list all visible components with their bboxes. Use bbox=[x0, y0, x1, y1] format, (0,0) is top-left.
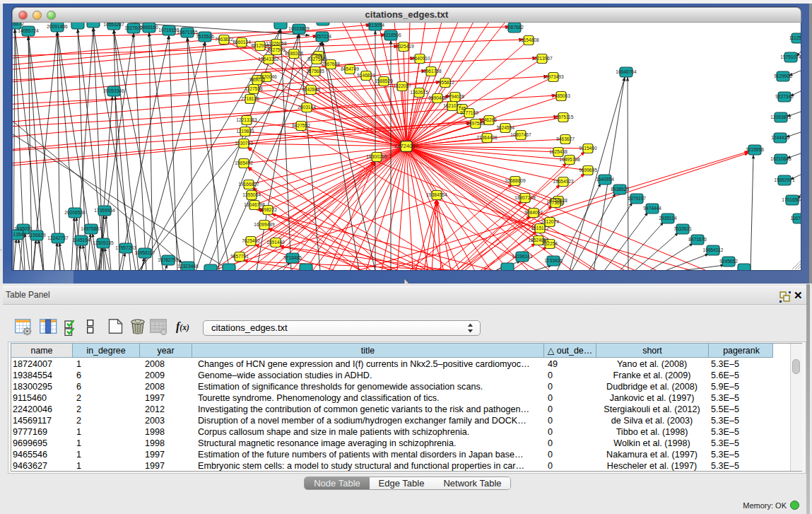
svg-text:1127538: 1127538 bbox=[245, 86, 263, 91]
svg-text:3498222: 3498222 bbox=[259, 207, 277, 212]
svg-text:9794028: 9794028 bbox=[446, 94, 464, 99]
svg-text:14196141: 14196141 bbox=[512, 254, 533, 259]
svg-text:1244415: 1244415 bbox=[771, 135, 789, 140]
svg-text:1405572: 1405572 bbox=[13, 23, 24, 26]
svg-text:9857791: 9857791 bbox=[230, 254, 249, 259]
svg-text:1691440: 1691440 bbox=[266, 240, 285, 245]
svg-text:1167534: 1167534 bbox=[790, 216, 801, 221]
svg-text:7357224: 7357224 bbox=[313, 34, 331, 39]
svg-text:9242848: 9242848 bbox=[302, 87, 320, 92]
svg-text:7463822: 7463822 bbox=[215, 37, 233, 42]
svg-text:15751074: 15751074 bbox=[780, 54, 801, 59]
svg-text:10688609: 10688609 bbox=[505, 178, 526, 183]
svg-text:17957253: 17957253 bbox=[115, 245, 136, 250]
svg-text:19384554: 19384554 bbox=[426, 192, 447, 197]
svg-text:12505135: 12505135 bbox=[93, 240, 114, 245]
svg-text:8471676: 8471676 bbox=[688, 237, 707, 242]
svg-text:1355064: 1355064 bbox=[242, 192, 261, 197]
svg-text:1640954: 1640954 bbox=[596, 177, 614, 182]
svg-text:1362615: 1362615 bbox=[410, 90, 428, 95]
svg-text:2935114: 2935114 bbox=[659, 216, 677, 221]
svg-text:7955812: 7955812 bbox=[436, 80, 454, 85]
svg-text:746266: 746266 bbox=[481, 117, 497, 122]
svg-text:18807249: 18807249 bbox=[514, 195, 536, 200]
svg-text:21364436: 21364436 bbox=[476, 135, 498, 140]
svg-text:1030783: 1030783 bbox=[235, 141, 253, 146]
svg-text:18724007: 18724007 bbox=[394, 143, 418, 149]
svg-text:1335051: 1335051 bbox=[14, 226, 33, 231]
svg-text:8938923: 8938923 bbox=[611, 187, 629, 192]
svg-text:10807467: 10807467 bbox=[510, 132, 531, 137]
svg-text:9146821: 9146821 bbox=[357, 73, 375, 78]
svg-text:19166827: 19166827 bbox=[238, 182, 259, 187]
svg-text:12242737: 12242737 bbox=[47, 235, 69, 240]
svg-text:20053346: 20053346 bbox=[103, 88, 124, 93]
svg-text:2718176: 2718176 bbox=[241, 96, 259, 101]
svg-text:10543362: 10543362 bbox=[258, 57, 279, 62]
svg-text:989015: 989015 bbox=[249, 77, 265, 82]
svg-text:6466160: 6466160 bbox=[140, 25, 158, 30]
svg-text:1733426: 1733426 bbox=[544, 258, 563, 263]
svg-text:9699695: 9699695 bbox=[579, 168, 597, 173]
svg-text:1075692: 1075692 bbox=[546, 200, 565, 205]
svg-text:7625402: 7625402 bbox=[242, 238, 260, 243]
svg-text:1156829: 1156829 bbox=[28, 233, 46, 238]
svg-text:16495798: 16495798 bbox=[559, 157, 580, 162]
svg-text:13325419: 13325419 bbox=[393, 44, 414, 49]
svg-text:9474444: 9474444 bbox=[643, 206, 661, 211]
svg-text:8990448: 8990448 bbox=[428, 95, 447, 100]
svg-text:10654112: 10654112 bbox=[703, 247, 724, 252]
svg-text:12213383: 12213383 bbox=[236, 117, 257, 122]
svg-text:1965492: 1965492 bbox=[235, 160, 253, 165]
svg-text:7632621: 7632621 bbox=[673, 226, 692, 231]
svg-text:1025438: 1025438 bbox=[549, 149, 567, 154]
svg-text:9716485: 9716485 bbox=[283, 255, 302, 260]
svg-text:19654923: 19654923 bbox=[553, 179, 574, 184]
svg-text:9084067: 9084067 bbox=[524, 210, 543, 215]
svg-text:16033809: 16033809 bbox=[288, 26, 310, 31]
svg-text:1219821: 1219821 bbox=[236, 129, 254, 134]
svg-text:12323446: 12323446 bbox=[177, 264, 199, 269]
svg-text:10958117: 10958117 bbox=[135, 250, 155, 255]
svg-text:2803144: 2803144 bbox=[298, 105, 316, 110]
svg-text:2867608: 2867608 bbox=[322, 62, 340, 66]
svg-text:9115460: 9115460 bbox=[579, 146, 597, 151]
svg-text:3913544: 3913544 bbox=[13, 232, 26, 237]
svg-text:8813054: 8813054 bbox=[366, 23, 384, 28]
svg-text:8427552: 8427552 bbox=[292, 123, 310, 128]
svg-text:252254: 252254 bbox=[542, 241, 558, 246]
svg-text:18300295: 18300295 bbox=[366, 154, 387, 159]
svg-text:13226058: 13226058 bbox=[266, 41, 287, 46]
svg-text:1588520: 1588520 bbox=[375, 78, 393, 83]
svg-text:6379197: 6379197 bbox=[628, 196, 646, 201]
svg-text:8660124: 8660124 bbox=[233, 40, 251, 45]
svg-text:9463627: 9463627 bbox=[556, 136, 575, 141]
svg-text:19218506: 19218506 bbox=[380, 33, 401, 37]
svg-text:12093872: 12093872 bbox=[770, 115, 792, 119]
svg-text:16671355: 16671355 bbox=[177, 30, 198, 35]
svg-text:7515526: 7515526 bbox=[196, 34, 214, 39]
svg-text:7485063: 7485063 bbox=[552, 93, 570, 98]
svg-text:9777169: 9777169 bbox=[460, 110, 478, 115]
svg-text:2087682: 2087682 bbox=[505, 25, 524, 30]
svg-text:16640910: 16640910 bbox=[409, 56, 430, 61]
svg-text:12975115: 12975115 bbox=[553, 115, 574, 119]
svg-text:16154808: 16154808 bbox=[518, 37, 539, 42]
svg-text:9827503: 9827503 bbox=[267, 47, 286, 52]
svg-text:3215958: 3215958 bbox=[746, 147, 764, 152]
svg-text:10961758: 10961758 bbox=[420, 69, 442, 74]
svg-text:16210643: 16210643 bbox=[770, 156, 792, 161]
svg-text:3624554: 3624554 bbox=[496, 125, 514, 130]
svg-text:20091406: 20091406 bbox=[47, 24, 68, 29]
svg-text:20206536: 20206536 bbox=[64, 210, 86, 215]
svg-text:1145194: 1145194 bbox=[72, 238, 90, 243]
svg-text:16648764: 16648764 bbox=[616, 69, 637, 74]
svg-text:10553287: 10553287 bbox=[103, 23, 124, 27]
svg-text:12213967: 12213967 bbox=[531, 56, 553, 61]
svg-text:1112515: 1112515 bbox=[789, 35, 801, 40]
svg-text:1612074: 1612074 bbox=[541, 219, 559, 224]
svg-text:14055724: 14055724 bbox=[18, 28, 39, 33]
svg-text:9327508: 9327508 bbox=[307, 57, 326, 62]
svg-text:9129906: 9129906 bbox=[774, 74, 792, 78]
svg-text:8186328: 8186328 bbox=[285, 51, 303, 56]
